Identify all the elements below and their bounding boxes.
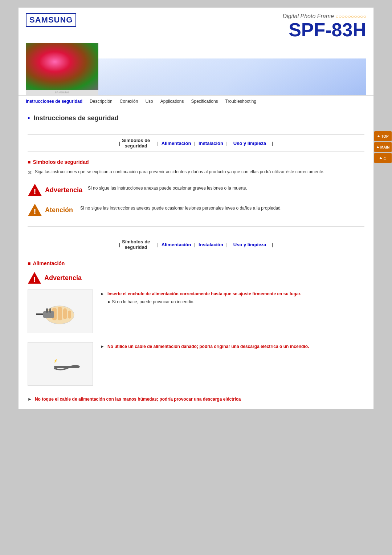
advertencia-label-only: ! Advertencia — [28, 272, 364, 284]
instruction-image-1 — [28, 289, 93, 333]
product-model: SPF-83H — [83, 20, 366, 39]
arrow-bullet-icon-3: ► — [28, 397, 32, 402]
nav-link-instalacion[interactable]: Instalación — [197, 141, 224, 146]
asterisk-icon: ✖ — [28, 170, 32, 175]
caution-row-1: ! Atención Si no sigue las instrucciones… — [28, 203, 364, 217]
alimentacion-heading: ■ Alimentación — [28, 260, 364, 266]
section-nav-title-2: Símbolos deseguridad — [122, 239, 150, 250]
svg-rect-13 — [49, 308, 51, 313]
instruction-main-1: ► Inserte el enchufe de alimentación cor… — [100, 291, 364, 296]
advertencia-triangle-icon-2: ! — [28, 272, 41, 284]
main-content: ▪ Instrucciones de seguridad | Símbolos … — [19, 107, 373, 409]
alimentacion-heading-icon: ■ — [28, 260, 30, 266]
nav-item-troubleshooting[interactable]: Troubleshooting — [225, 99, 257, 104]
section-nav-1: | Símbolos deseguridad | Alimentación | … — [28, 134, 364, 152]
instruction-text-area-1: ► Inserte el enchufe de alimentación cor… — [100, 289, 364, 304]
nav-item-uso[interactable]: Uso — [145, 99, 153, 104]
plug-svg-2: ⚡ — [32, 346, 89, 382]
instruction-image-2: ⚡ — [28, 342, 93, 386]
product-circles: ○○○○○○○○○○ — [335, 13, 366, 19]
instruction-sub-1: ● Si no lo hace, puede provocar un incen… — [107, 299, 364, 304]
nav-item-applications[interactable]: Applications — [160, 99, 184, 104]
section1-heading: ■ Símbolos de seguridad — [28, 159, 364, 165]
svg-rect-8 — [58, 307, 62, 320]
instruction-row-3: ► No toque el cable de alimentación con … — [28, 395, 364, 402]
page-title-section: ▪ Instrucciones de seguridad — [28, 114, 364, 125]
product-frame-label: SAMSUNG — [26, 90, 98, 95]
plug-svg-1 — [32, 293, 89, 329]
page-title-icon: ▪ — [28, 114, 30, 122]
caution-triangle-icon: ! — [28, 203, 42, 217]
product-subtitle: Digital Photo Frame ○○○○○○○○○○ — [83, 13, 366, 20]
nav-item-seguridad[interactable]: Instrucciones de seguridad — [26, 99, 82, 104]
nav-link-alimentacion[interactable]: Alimentación — [160, 141, 192, 146]
back-button[interactable]: ⌂ — [374, 153, 392, 163]
header: SAMSUNG Digital Photo Frame ○○○○○○○○○○ S… — [19, 8, 373, 96]
arrow-up-icon — [377, 135, 380, 137]
bullet-dot-icon: ● — [107, 299, 110, 304]
caution-icon-area: ! Atención — [28, 203, 75, 217]
svg-rect-9 — [63, 308, 67, 319]
arrow-up-icon3 — [379, 157, 382, 159]
main-button[interactable]: MAIN — [374, 142, 392, 152]
product-info: Digital Photo Frame ○○○○○○○○○○ SPF-83H — [76, 13, 366, 39]
atencion-label: Atención — [45, 206, 73, 214]
header-image-area: SAMSUNG — [26, 43, 366, 95]
nav-link-alimentacion-2[interactable]: Alimentación — [160, 242, 192, 247]
svg-rect-12 — [46, 308, 48, 313]
nav-link-uso-limpieza-2[interactable]: Uso y limpieza — [229, 242, 270, 247]
svg-text:!: ! — [33, 207, 36, 216]
svg-text:!: ! — [33, 187, 36, 196]
instruction-main-3: ► No toque el cable de alimentación con … — [28, 395, 364, 402]
arrow-bullet-icon-2: ► — [100, 344, 105, 349]
nav-bar: Instrucciones de seguridad Descripción C… — [19, 96, 373, 107]
samsung-logo: SAMSUNG — [26, 13, 76, 27]
instruction-text-area-2: ► No utilice un cable de alimentación da… — [100, 342, 364, 349]
warning-triangle-icon: ! — [28, 183, 42, 197]
nav-link-uso-limpieza[interactable]: Uso y limpieza — [229, 141, 270, 146]
section-divider — [28, 226, 364, 227]
page-wrapper: SAMSUNG Digital Photo Frame ○○○○○○○○○○ S… — [18, 7, 374, 409]
nav-item-descripcion[interactable]: Descripción — [90, 99, 113, 104]
instruction-row-2: ⚡ ► No utilice un cable de alimentación … — [28, 342, 364, 386]
arrow-bullet-icon: ► — [100, 291, 105, 296]
svg-rect-11 — [43, 311, 54, 318]
instruction-main-2: ► No utilice un cable de alimentación da… — [100, 344, 364, 349]
side-buttons: TOP MAIN ⌂ — [374, 131, 392, 163]
intro-text: ✖ Siga las instrucciones que se explican… — [28, 169, 364, 175]
warning-row-1: ! Advertencia Si no sigue las instruccio… — [28, 183, 364, 197]
warning-icon-area: ! Advertencia — [28, 183, 82, 197]
svg-rect-10 — [68, 311, 71, 319]
arrow-up-icon2 — [376, 146, 379, 148]
section-nav-title: Símbolos deseguridad — [122, 138, 150, 149]
svg-text:!: ! — [33, 275, 36, 284]
nav-link-instalacion-2[interactable]: Instalación — [197, 242, 224, 247]
page-title: Instrucciones de seguridad — [33, 114, 118, 122]
header-wave — [98, 58, 366, 95]
product-photo-bg — [26, 43, 98, 90]
svg-text:⚡: ⚡ — [53, 358, 58, 363]
advertencia-label: Advertencia — [45, 186, 82, 194]
warning-text-1: Si no sigue las instrucciones anexas pue… — [88, 183, 247, 191]
nav-item-conexion[interactable]: Conexión — [120, 99, 138, 104]
nav-item-specifications[interactable]: Specifications — [191, 99, 218, 104]
product-photo: SAMSUNG — [26, 43, 98, 95]
section-heading-icon: ■ — [28, 159, 30, 165]
section-nav-2: | Símbolos deseguridad | Alimentación | … — [28, 236, 364, 253]
caution-text-1: Si no sigue las instrucciones anexas pue… — [80, 203, 282, 211]
top-button[interactable]: TOP — [374, 131, 392, 141]
instruction-row-1: ► Inserte el enchufe de alimentación cor… — [28, 289, 364, 333]
advertencia-label-2: Advertencia — [44, 274, 82, 282]
